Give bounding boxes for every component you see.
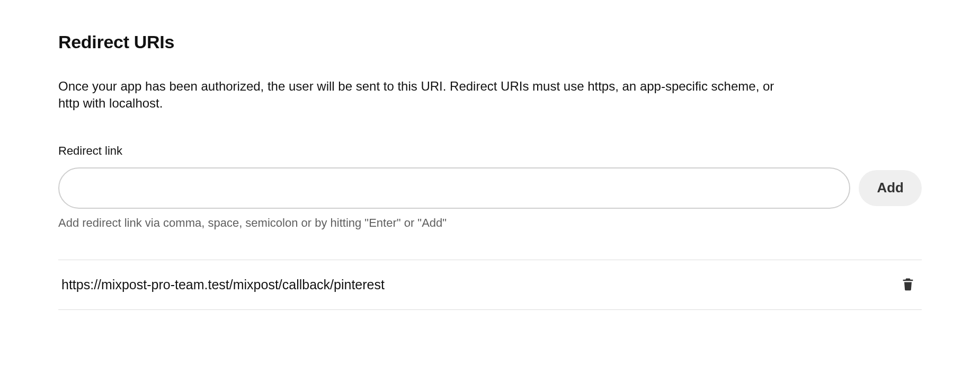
redirect-uris-section: Redirect URIs Once your app has been aut…: [0, 0, 980, 310]
add-button[interactable]: Add: [859, 170, 922, 206]
redirect-link-input[interactable]: [58, 167, 850, 209]
redirect-link-helper-text: Add redirect link via comma, space, semi…: [58, 216, 922, 230]
section-description: Once your app has been authorized, the u…: [58, 78, 789, 112]
redirect-link-label: Redirect link: [58, 144, 922, 158]
uri-list-row: https://mixpost-pro-team.test/mixpost/ca…: [58, 260, 922, 310]
delete-uri-button[interactable]: [897, 273, 919, 297]
redirect-link-input-row: Add: [58, 167, 922, 209]
uri-text: https://mixpost-pro-team.test/mixpost/ca…: [61, 277, 385, 292]
trash-icon: [901, 276, 915, 294]
section-title: Redirect URIs: [58, 32, 922, 52]
